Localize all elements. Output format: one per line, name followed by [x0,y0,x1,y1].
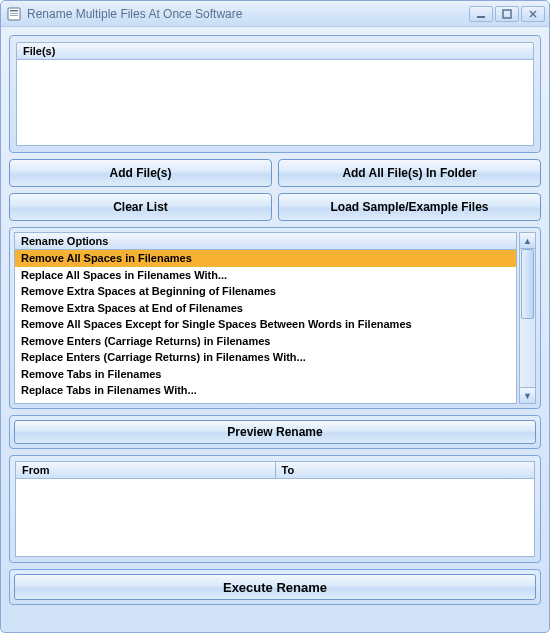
options-list[interactable]: Rename Options Remove All Spaces in File… [14,232,517,404]
scroll-track[interactable] [520,249,535,387]
options-header: Rename Options [15,233,516,250]
clear-list-button[interactable]: Clear List [9,193,272,221]
option-item[interactable]: Remove Enters (Carriage Returns) in File… [15,333,516,350]
files-panel: File(s) [9,35,541,153]
close-button[interactable] [521,6,545,22]
preview-rename-button[interactable]: Preview Rename [14,420,536,444]
fromto-listbox[interactable] [15,479,535,557]
to-header: To [276,461,536,479]
option-item[interactable]: Remove All Spaces in Filenames [15,250,516,267]
options-body: Remove All Spaces in FilenamesReplace Al… [15,250,516,403]
fromto-header: From To [15,461,535,479]
svg-rect-5 [503,10,511,18]
titlebar: Rename Multiple Files At Once Software [1,1,549,27]
add-folder-button[interactable]: Add All File(s) In Folder [278,159,541,187]
option-item[interactable]: Remove Extra Spaces at End of Filenames [15,300,516,317]
minimize-button[interactable] [469,6,493,22]
execute-panel: Execute Rename [9,569,541,605]
option-item[interactable]: Remove All Spaces Except for Single Spac… [15,316,516,333]
button-row-1: Add File(s) Add All File(s) In Folder [9,159,541,187]
preview-panel: Preview Rename [9,415,541,449]
svg-rect-2 [10,13,18,14]
option-item[interactable]: Replace Tabs in Filenames With... [15,382,516,399]
svg-rect-4 [477,16,485,18]
fromto-panel: From To [9,455,541,563]
options-panel: Rename Options Remove All Spaces in File… [9,227,541,409]
load-sample-button[interactable]: Load Sample/Example Files [278,193,541,221]
button-row-2: Clear List Load Sample/Example Files [9,193,541,221]
scroll-down-button[interactable]: ▼ [520,387,535,403]
scroll-thumb[interactable] [521,249,534,319]
files-listbox[interactable] [16,60,534,146]
option-item[interactable]: Replace All Spaces in Filenames With... [15,267,516,284]
maximize-button[interactable] [495,6,519,22]
app-window: Rename Multiple Files At Once Software F… [0,0,550,633]
window-title: Rename Multiple Files At Once Software [27,7,467,21]
add-files-button[interactable]: Add File(s) [9,159,272,187]
client-area: File(s) Add File(s) Add All File(s) In F… [1,27,549,632]
app-icon [7,7,21,21]
from-header: From [15,461,276,479]
svg-rect-3 [10,15,18,16]
option-item[interactable]: Remove Extra Spaces at Beginning of File… [15,283,516,300]
option-item[interactable]: Replace Enters (Carriage Returns) in Fil… [15,349,516,366]
option-item[interactable]: Remove Tabs in Filenames [15,366,516,383]
option-item[interactable]: Remove Alphabet Character(s) in Filename… [15,399,516,404]
files-header: File(s) [16,42,534,60]
svg-rect-1 [10,10,18,12]
scroll-up-button[interactable]: ▲ [520,233,535,249]
execute-rename-button[interactable]: Execute Rename [14,574,536,600]
options-scrollbar[interactable]: ▲ ▼ [519,232,536,404]
